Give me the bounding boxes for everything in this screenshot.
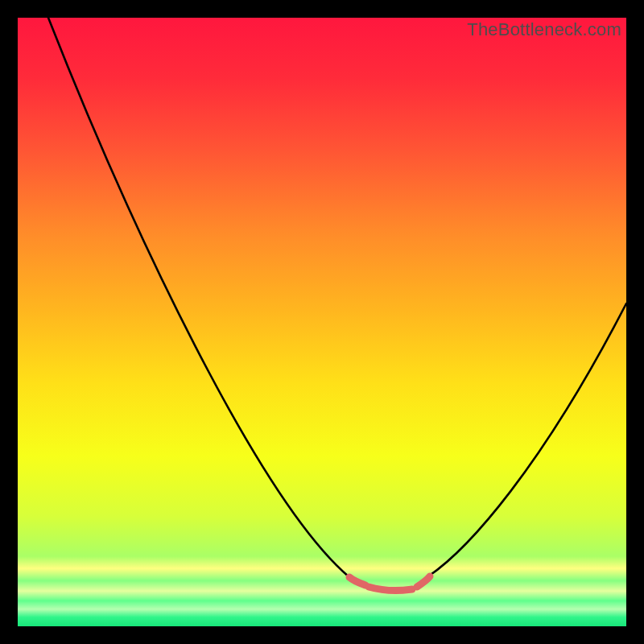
curve-left-branch	[48, 18, 364, 584]
marked-segment-dash-1	[349, 577, 365, 585]
chart-frame: TheBottleneck.com	[0, 0, 644, 644]
marked-segment-dash-2	[369, 587, 412, 590]
plot-area: TheBottleneck.com	[18, 18, 626, 626]
curve-right-branch	[428, 303, 626, 576]
bottleneck-curve	[18, 18, 626, 626]
marked-segment-dash-3	[417, 576, 430, 587]
